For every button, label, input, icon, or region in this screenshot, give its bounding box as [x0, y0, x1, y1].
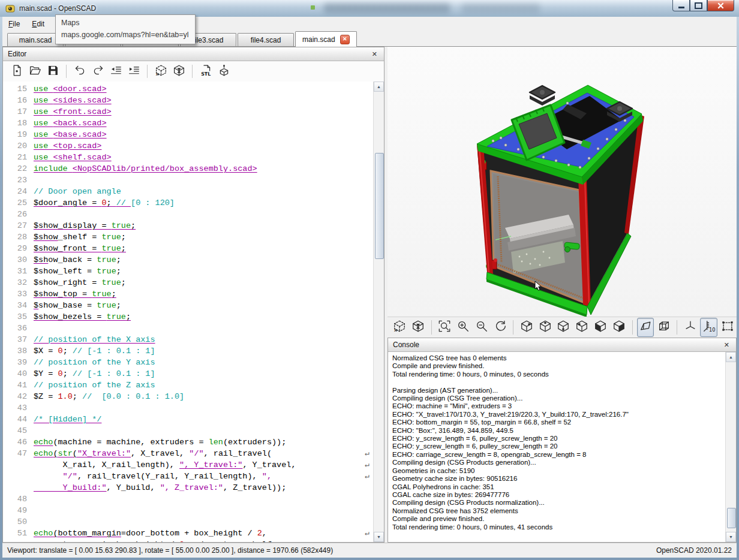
unindent-button[interactable] [107, 63, 124, 80]
reset-view-button[interactable] [491, 318, 509, 337]
console-line: Compile and preview finished. [392, 362, 725, 370]
toolbar-separator [192, 65, 193, 78]
save-file-icon [47, 64, 59, 79]
line-number: 33 [3, 288, 27, 300]
3d-viewport[interactable] [387, 47, 737, 317]
client-area: FileEditDesign main.scadfile1.scadfile2.… [2, 17, 737, 558]
view-bottom-button[interactable] [555, 318, 572, 337]
perspective-button[interactable] [637, 318, 654, 337]
code-line: 51echo(bottom_margin=door_bottom + box_h… [3, 528, 373, 539]
view-all-button[interactable] [719, 318, 736, 337]
console-line: ECHO: carriage_screw_length = 8, opengra… [392, 451, 725, 459]
titlebar-reflection [324, 3, 450, 13]
preview-button[interactable]: » [152, 63, 169, 80]
console-output[interactable]: Normalized CSG tree has 0 elementsCompil… [388, 352, 725, 542]
view-right-button[interactable] [518, 318, 535, 337]
scroll-down-icon[interactable]: ▼ [374, 532, 384, 542]
code-line: 38$X = 0; // [-1 : 0.1 : 1] [3, 345, 373, 357]
right-pane: »10 Console ✕ Normalized CSG tree has 0 … [387, 47, 737, 543]
line-number: 43 [3, 402, 27, 414]
open-file-button[interactable] [26, 63, 43, 80]
redo-button[interactable] [89, 63, 106, 80]
code-line: 43 [3, 402, 373, 414]
preview-button[interactable]: » [391, 318, 408, 337]
status-bar: Viewport: translate = [ 0.00 15.63 290.8… [2, 543, 737, 558]
caption-buttons [672, 0, 734, 11]
indent-button[interactable] [125, 63, 142, 80]
console-line: Geometry cache size in bytes: 90516216 [392, 475, 725, 483]
export-stl-button[interactable]: STL [197, 63, 214, 80]
tab-main.scad-5[interactable]: main.scad✕ [295, 31, 357, 47]
orthogonal-button[interactable] [655, 318, 672, 337]
view-all-icon [721, 320, 734, 335]
code-editor[interactable]: 15use <door.scad>16use <sides.scad>17use… [3, 82, 373, 542]
line-number: 37 [3, 334, 27, 345]
minimize-icon [678, 7, 684, 8]
redo-icon [92, 64, 104, 79]
console-line: ECHO: y_screw_length = 6, pulley_screw_l… [392, 435, 725, 442]
maximize-button[interactable] [690, 0, 707, 11]
editor-scroll-thumb[interactable] [375, 153, 384, 259]
code-line: 23 [3, 174, 373, 186]
console-line: ECHO: machine = "Mini", extruders = 3 [392, 402, 725, 410]
scroll-up-icon[interactable]: ▲ [374, 82, 384, 92]
print-3d-button[interactable] [215, 63, 232, 80]
render-button[interactable] [410, 318, 427, 337]
console-scrollbar[interactable]: ▲ ▼ [725, 352, 736, 542]
menu-item-edit[interactable]: Edit [26, 17, 50, 31]
show-axes-button[interactable] [681, 318, 699, 337]
console-line: CGAL cache size in bytes: 269477776 [392, 491, 725, 499]
console-line: ECHO: "X_travel:170/170.3, Y_travel:219/… [392, 411, 725, 419]
window-title: main.scad - OpenSCAD [19, 4, 96, 13]
console-scroll-up-icon[interactable]: ▲ [726, 352, 736, 362]
show-scale-icon: 10 [702, 320, 716, 335]
code-line: X_rail, X_rail_length), ", Y_travel:", Y… [3, 459, 373, 471]
line-number: 39 [3, 357, 27, 368]
toolbar-separator [66, 65, 67, 78]
editor-close-icon[interactable]: ✕ [370, 50, 379, 58]
show-scale-button[interactable]: 10 [700, 318, 717, 337]
view-back-button[interactable] [611, 318, 628, 337]
wrap-marker-icon: ↵ [365, 471, 370, 482]
line-number: 49 [3, 505, 27, 516]
view-top-button[interactable] [536, 318, 554, 337]
zoom-all-button[interactable] [436, 318, 453, 337]
console-scroll-down-icon[interactable]: ▼ [726, 532, 736, 542]
tab-file4.scad-4[interactable]: file4.scad [238, 33, 294, 46]
svg-text:»: » [155, 70, 160, 76]
code-line: 28$show_shelf = true; [3, 231, 373, 243]
line-number: 36 [3, 323, 27, 334]
editor-scrollbar[interactable]: ▲ ▼ [373, 82, 384, 542]
console-line: ECHO: bottom_margin = 55, top_margin = 6… [392, 419, 725, 426]
zoom-all-icon [438, 320, 451, 335]
tooltip-title: Maps [61, 17, 189, 29]
svg-text:STL: STL [201, 71, 211, 76]
undo-button[interactable] [71, 63, 88, 80]
line-number: 30 [3, 254, 27, 266]
line-number: 47 [3, 448, 27, 459]
zoom-out-button[interactable] [473, 318, 491, 337]
console-close-icon[interactable]: ✕ [722, 341, 731, 349]
console-line: Normalized CSG tree has 3752 elements [392, 507, 725, 515]
code-line: 21use <shelf.scad> [3, 152, 373, 163]
new-file-button[interactable] [8, 63, 25, 80]
view-front-button[interactable] [592, 318, 609, 337]
code-line: 32$show_right = true; [3, 277, 373, 288]
code-line: 49 [3, 505, 373, 516]
render-button[interactable] [170, 63, 187, 80]
close-button[interactable] [707, 0, 734, 11]
line-number: 28 [3, 231, 27, 243]
console-line: Total rendering time: 0 hours, 0 minutes… [392, 371, 725, 378]
console-line: Compile and preview finished. [392, 515, 725, 523]
save-file-button[interactable] [44, 63, 61, 80]
menu-item-file[interactable]: File [2, 17, 26, 31]
console-line: ECHO: y_screw_length = 6, pulley_screw_l… [392, 442, 725, 450]
maximize-icon [695, 2, 702, 9]
zoom-in-button[interactable] [455, 318, 472, 337]
tab-close-icon[interactable]: ✕ [340, 35, 350, 44]
titlebar-reflection [462, 3, 540, 13]
view-left-button[interactable] [573, 318, 591, 337]
minimize-button[interactable] [672, 0, 690, 11]
console-line: Parsing design (AST generation)... [392, 387, 725, 395]
console-scroll-thumb[interactable] [727, 508, 736, 528]
